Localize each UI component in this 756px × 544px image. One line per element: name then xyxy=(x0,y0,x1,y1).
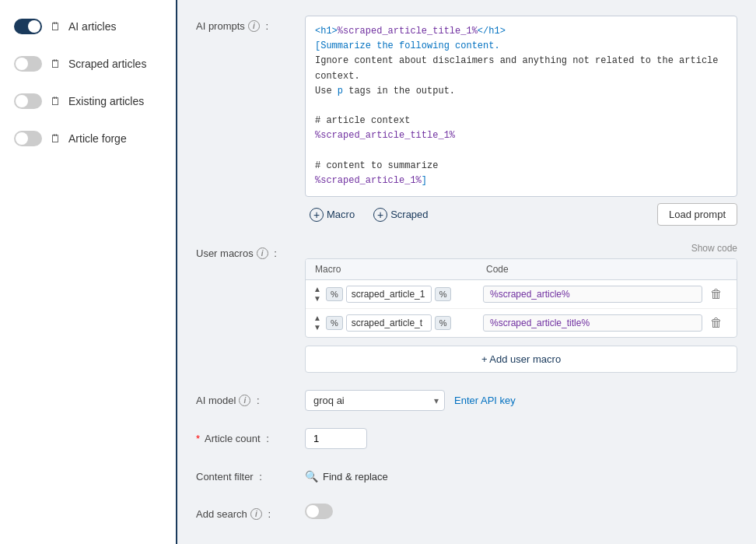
article-count-row: * Article count : xyxy=(196,428,737,449)
sidebar-item-ai-articles[interactable]: 🗒 AI articles xyxy=(0,8,176,45)
scraped-button[interactable]: + Scraped xyxy=(369,205,432,225)
ai-model-row: AI model i : groq ai openai anthropic En… xyxy=(196,390,737,411)
macro-name-cell-1: ▲ ▼ % % xyxy=(312,285,483,304)
add-search-label-container: Add search i : xyxy=(196,504,305,520)
ai-prompts-label-container: AI prompts i : xyxy=(196,16,305,32)
prompt-line-3: Ignore content about disclaimers and any… xyxy=(315,54,727,83)
scraped-button-label: Scraped xyxy=(390,209,428,220)
macro-name-input-2[interactable] xyxy=(346,314,432,332)
ai-articles-label: AI articles xyxy=(68,20,116,33)
prompt-line-7: %scraped_article_title_1% xyxy=(315,128,727,143)
scraped-articles-label: Scraped articles xyxy=(68,58,146,70)
prompt-line-4: Use p tags in the output. xyxy=(315,84,727,99)
arrow-group-1: ▲ ▼ xyxy=(312,285,323,304)
article-count-content xyxy=(305,428,737,449)
article-count-colon: : xyxy=(264,433,269,444)
percent-suffix-1: % xyxy=(435,287,452,301)
arrow-group-2: ▲ ▼ xyxy=(312,314,323,332)
ai-model-select[interactable]: groq ai openai anthropic xyxy=(305,390,445,411)
content-filter-content: 🔍 Find & replace xyxy=(305,466,737,486)
load-prompt-button[interactable]: Load prompt xyxy=(657,203,737,226)
prompt-editor[interactable]: <h1>%scraped_article_title_1%</h1> [Summ… xyxy=(305,16,737,197)
ai-model-label-text: AI model xyxy=(196,395,236,406)
prompt-line-2: [Summarize the following content. xyxy=(315,39,727,54)
article-count-input[interactable] xyxy=(305,428,367,449)
content-filter-label-text: Content filter xyxy=(196,471,254,483)
ai-prompts-content: <h1>%scraped_article_title_1%</h1> [Summ… xyxy=(305,16,737,226)
ai-model-label-container: AI model i : xyxy=(196,390,305,406)
api-key-link[interactable]: Enter API key xyxy=(454,395,516,406)
sidebar-item-existing-articles[interactable]: 🗒 Existing articles xyxy=(0,82,176,120)
existing-articles-label: Existing articles xyxy=(68,95,144,107)
show-code-button[interactable]: Show code xyxy=(691,243,737,254)
prompt-line-9: # content to summarize xyxy=(315,159,727,174)
sidebar: 🗒 AI articles 🗒 Scraped articles 🗒 Exist… xyxy=(0,0,177,544)
code-col-header: Code xyxy=(486,264,699,275)
model-select-wrapper: groq ai openai anthropic xyxy=(305,390,445,411)
arrow-up-2[interactable]: ▲ xyxy=(312,314,323,323)
macro-name-input-1[interactable] xyxy=(346,286,432,303)
macro-code-cell-1 xyxy=(483,286,702,303)
content-filter-label-container: Content filter : xyxy=(196,466,305,483)
article-count-label-container: * Article count : xyxy=(196,428,305,444)
content-filter-colon: : xyxy=(257,471,262,483)
arrow-up-1[interactable]: ▲ xyxy=(312,285,323,294)
macros-header: Show code xyxy=(305,243,737,254)
macro-button-label: Macro xyxy=(327,209,355,220)
article-forge-icon: 🗒 xyxy=(50,132,61,145)
prompt-line-1: <h1>%scraped_article_title_1%</h1> xyxy=(315,24,727,39)
scraped-articles-icon: 🗒 xyxy=(50,58,61,70)
ai-prompts-row: AI prompts i : <h1>%scraped_article_titl… xyxy=(196,16,737,226)
arrow-down-1[interactable]: ▼ xyxy=(312,294,323,304)
macro-code-input-2[interactable] xyxy=(483,314,702,332)
macro-button[interactable]: + Macro xyxy=(305,205,359,225)
user-macros-colon: : xyxy=(271,247,277,259)
macro-row-2: ▲ ▼ % % 🗑 xyxy=(306,309,737,337)
article-forge-toggle[interactable] xyxy=(14,131,42,146)
ai-prompts-info-icon[interactable]: i xyxy=(248,20,260,32)
add-search-row: Add search i : xyxy=(196,504,737,520)
article-forge-label: Article forge xyxy=(68,132,127,145)
user-macros-label-container: User macros i : xyxy=(196,243,305,259)
percent-suffix-2: % xyxy=(435,316,452,330)
macro-col-header: Macro xyxy=(315,264,486,275)
scraped-plus-icon: + xyxy=(373,208,387,222)
delete-macro-2[interactable]: 🗑 xyxy=(702,316,730,330)
ai-articles-toggle[interactable] xyxy=(14,19,42,34)
sidebar-item-scraped-articles[interactable]: 🗒 Scraped articles xyxy=(0,45,176,82)
search-icon: 🔍 xyxy=(305,470,318,483)
add-search-toggle[interactable] xyxy=(305,504,333,519)
main-content: AI prompts i : <h1>%scraped_article_titl… xyxy=(177,0,756,544)
content-filter-row: Content filter : 🔍 Find & replace xyxy=(196,466,737,486)
add-search-colon: : xyxy=(265,508,271,520)
macro-name-cell-2: ▲ ▼ % % xyxy=(312,314,483,332)
scraped-articles-toggle[interactable] xyxy=(14,56,42,72)
ai-model-content: groq ai openai anthropic Enter API key xyxy=(305,390,737,411)
required-asterisk: * xyxy=(196,433,200,444)
user-macros-info-icon[interactable]: i xyxy=(257,247,268,259)
macro-code-cell-2 xyxy=(483,314,702,332)
add-search-label-text: Add search xyxy=(196,508,247,520)
ai-prompts-colon: : xyxy=(263,20,268,32)
find-replace-label: Find & replace xyxy=(323,471,388,483)
find-replace-button[interactable]: 🔍 Find & replace xyxy=(305,466,388,486)
delete-macro-1[interactable]: 🗑 xyxy=(702,287,730,301)
prompt-actions: + Macro + Scraped Load prompt xyxy=(305,203,737,226)
prompt-line-6: # article context xyxy=(315,114,727,128)
arrow-down-2[interactable]: ▼ xyxy=(312,323,323,332)
ai-model-info-icon[interactable]: i xyxy=(239,395,250,406)
macro-plus-icon: + xyxy=(310,208,324,222)
article-count-label-text: Article count xyxy=(205,433,261,444)
macros-table-header: Macro Code xyxy=(306,259,737,280)
ai-model-colon: : xyxy=(254,395,259,406)
user-macros-row: User macros i : Show code Macro Code ▲ xyxy=(196,243,737,373)
macro-code-input-1[interactable] xyxy=(483,286,702,303)
prompt-line-10: %scraped_article_1%] xyxy=(315,174,727,188)
percent-prefix-2: % xyxy=(326,316,343,330)
percent-prefix-1: % xyxy=(326,287,343,301)
existing-articles-toggle[interactable] xyxy=(14,93,42,109)
sidebar-item-article-forge[interactable]: 🗒 Article forge xyxy=(0,120,176,157)
ai-prompts-label-text: AI prompts xyxy=(196,20,245,32)
add-search-info-icon[interactable]: i xyxy=(250,508,262,520)
add-macro-button[interactable]: + Add user macro xyxy=(305,346,737,373)
